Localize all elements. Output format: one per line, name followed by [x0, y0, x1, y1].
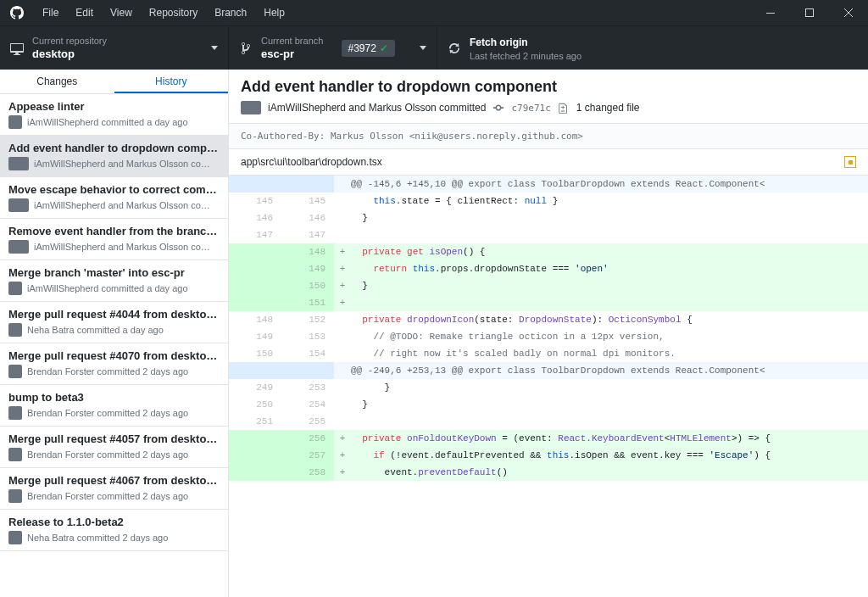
commit-item-byline: Brendan Forster committed 2 days ago — [27, 408, 188, 418]
files-changed-label: 1 changed file — [576, 102, 640, 114]
commit-item-byline: iAmWillShepherd and Markus Olsson co… — [34, 159, 210, 169]
menu-help[interactable]: Help — [255, 0, 293, 25]
commit-item-title: Appease linter — [8, 100, 220, 113]
diff-line: 251255 — [229, 413, 868, 430]
menu-repository[interactable]: Repository — [141, 0, 206, 25]
diff-line: 145145 this.state = { clientRect: null } — [229, 192, 868, 209]
diff-line: @@ -145,6 +145,10 @@ export class Toolba… — [229, 176, 868, 192]
diff-line: 249253 } — [229, 379, 868, 396]
commit-item-byline: Brendan Forster committed 2 days ago — [27, 366, 188, 377]
commit-item-title: Add event handler to dropdown compon… — [8, 142, 220, 154]
commit-item-byline: iAmWillShepherd committed a day ago — [27, 283, 188, 293]
commit-item[interactable]: Appease linter iAmWillShepherd committed… — [0, 94, 228, 136]
repo-value: desktop — [32, 47, 107, 62]
avatar — [8, 198, 29, 212]
fetch-button[interactable]: Fetch origin Last fetched 2 minutes ago — [437, 26, 868, 70]
commit-item-byline: Neha Batra committed a day ago — [27, 325, 164, 335]
menu-branch[interactable]: Branch — [206, 0, 255, 25]
toolbar: Current repository desktop Current branc… — [0, 25, 868, 70]
close-button[interactable] — [829, 0, 868, 25]
coauthor-line: Co-Authored-By: Markus Olsson <niik@user… — [229, 124, 868, 149]
diff-line: 148+ private get isOpen() { — [229, 243, 868, 260]
avatar — [241, 101, 261, 114]
diff-view[interactable]: @@ -145,6 +145,10 @@ export class Toolba… — [229, 176, 868, 597]
file-path: app\src\ui\toolbar\dropdown.tsx — [241, 156, 382, 168]
commit-item[interactable]: Remove event handler from the branches..… — [0, 219, 228, 260]
commit-item[interactable]: bump to beta3 Brendan Forster committed … — [0, 385, 228, 427]
commit-item-title: Merge pull request #4057 from desktop/… — [8, 432, 220, 445]
commit-item-byline: Brendan Forster committed 2 days ago — [27, 491, 188, 501]
fetch-label: Fetch origin — [470, 35, 581, 50]
commit-item[interactable]: Merge pull request #4057 from desktop/… … — [0, 427, 228, 468]
github-logo-icon — [10, 6, 24, 20]
repository-selector[interactable]: Current repository desktop — [0, 26, 229, 70]
commit-item-title: Merge pull request #4044 from desktop/… — [8, 308, 220, 321]
diff-line: 150+ } — [229, 277, 868, 294]
commit-item-title: Merge branch 'master' into esc-pr — [8, 266, 220, 279]
titlebar: FileEditViewRepositoryBranchHelp — [0, 0, 868, 25]
pr-badge: #3972 ✓ — [342, 40, 395, 57]
avatar — [8, 489, 22, 503]
branch-selector[interactable]: Current branch esc-pr #3972 ✓ — [229, 26, 437, 70]
diff-line: 149153 // @TODO: Remake triangle octicon… — [229, 328, 868, 345]
avatar — [8, 448, 22, 461]
diff-line: 146146 } — [229, 209, 868, 226]
check-icon: ✓ — [380, 42, 388, 54]
file-row[interactable]: app\src\ui\toolbar\dropdown.tsx — [229, 149, 868, 176]
fetch-sub: Last fetched 2 minutes ago — [470, 50, 581, 62]
avatar — [8, 240, 29, 254]
avatar — [8, 115, 22, 129]
tab-changes[interactable]: Changes — [0, 70, 114, 93]
menu-edit[interactable]: Edit — [67, 0, 102, 25]
commit-item[interactable]: Release to 1.1.0-beta2 Neha Batra commit… — [0, 510, 228, 551]
avatar — [8, 157, 29, 170]
commit-item-byline: Neha Batra committed 2 days ago — [27, 533, 168, 543]
commit-item-title: bump to beta3 — [8, 391, 220, 404]
diff-line: @@ -249,6 +253,13 @@ export class Toolba… — [229, 362, 868, 379]
commit-item[interactable]: Move escape behavior to correct compo… i… — [0, 177, 228, 219]
sidebar: Changes History Appease linter iAmWillSh… — [0, 70, 229, 597]
window-controls — [751, 0, 868, 25]
commit-item-title: Remove event handler from the branches.. — [8, 225, 220, 237]
commit-item-title: Release to 1.1.0-beta2 — [8, 516, 220, 528]
avatar — [8, 365, 22, 378]
git-commit-icon — [492, 102, 504, 114]
pr-number: #3972 — [348, 42, 376, 54]
commit-item[interactable]: Merge pull request #4044 from desktop/… … — [0, 302, 228, 343]
diff-line: 150154 // right now it's scaled badly on… — [229, 345, 868, 362]
svg-rect-0 — [766, 13, 775, 14]
minimize-button[interactable] — [751, 0, 790, 25]
avatar — [8, 323, 22, 337]
commit-item[interactable]: Merge pull request #4067 from desktop/… … — [0, 468, 228, 510]
app-menu: FileEditViewRepositoryBranchHelp — [34, 0, 293, 25]
commit-item[interactable]: Add event handler to dropdown compon… iA… — [0, 136, 228, 177]
commit-item-byline: iAmWillShepherd and Markus Olsson co… — [34, 200, 210, 210]
commit-item-byline: Brendan Forster committed 2 days ago — [27, 449, 188, 460]
commit-item-byline: iAmWillShepherd and Markus Olsson co… — [34, 242, 210, 252]
tab-history[interactable]: History — [114, 70, 229, 93]
branch-label: Current branch — [261, 35, 323, 47]
diff-line: 258+ event.preventDefault() — [229, 464, 868, 481]
menu-file[interactable]: File — [34, 0, 67, 25]
avatar — [8, 406, 22, 420]
diff-line: 250254 } — [229, 396, 868, 413]
desktop-icon — [10, 42, 24, 55]
diff-icon — [558, 102, 570, 114]
maximize-button[interactable] — [790, 0, 829, 25]
commit-item[interactable]: Merge pull request #4070 from desktop/… … — [0, 343, 228, 385]
sync-icon — [448, 42, 461, 55]
chevron-down-icon — [420, 46, 426, 50]
git-branch-icon — [239, 42, 253, 55]
menu-view[interactable]: View — [102, 0, 141, 25]
avatar — [8, 282, 22, 295]
diff-line: 257+ if (!event.defaultPrevented && this… — [229, 447, 868, 464]
commit-byline: iAmWillShepherd and Markus Olsson commit… — [268, 102, 486, 114]
commit-item-title: Merge pull request #4070 from desktop/… — [8, 349, 220, 362]
commit-item[interactable]: Merge branch 'master' into esc-pr iAmWil… — [0, 260, 228, 302]
commit-detail: Add event handler to dropdown component … — [229, 70, 868, 597]
diff-line: 151+ — [229, 294, 868, 311]
commit-item-byline: iAmWillShepherd committed a day ago — [27, 117, 188, 127]
commit-item-title: Move escape behavior to correct compo… — [8, 183, 220, 196]
chevron-down-icon — [211, 46, 218, 50]
commit-list[interactable]: Appease linter iAmWillShepherd committed… — [0, 94, 228, 597]
